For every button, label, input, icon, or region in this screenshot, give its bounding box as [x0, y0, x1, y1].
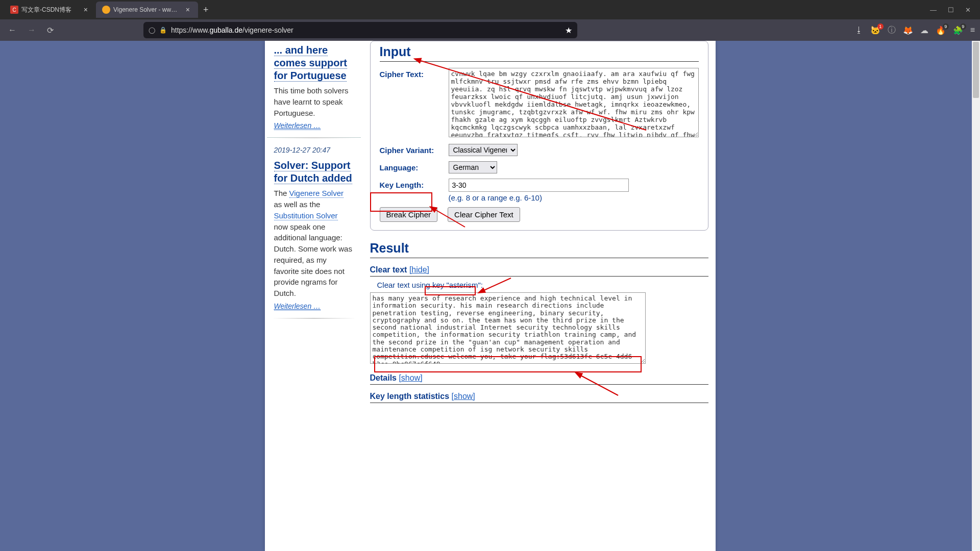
label-cipher-text: Cipher Text:: [380, 68, 449, 79]
tab-vigenere[interactable]: Vigenere Solver - www.guball… ×: [96, 2, 198, 18]
url-prefix: https://www.: [171, 26, 209, 34]
read-more-link[interactable]: Weiterlesen …: [274, 302, 321, 311]
lock-icon: 🔒: [159, 27, 167, 34]
label-key-length: Key Length:: [380, 179, 449, 189]
back-button[interactable]: ←: [5, 22, 19, 38]
tab-title: Vigenere Solver - www.guball…: [113, 6, 181, 13]
reload-button[interactable]: ⟳: [44, 22, 57, 38]
hide-toggle[interactable]: [hide]: [409, 265, 429, 274]
vigenere-solver-link[interactable]: Vigenere Solver: [289, 189, 344, 198]
page-content: ... and here comes support for Portugues…: [265, 41, 716, 551]
cipher-variant-select[interactable]: Classical Vigenere: [449, 144, 518, 156]
menu-icon[interactable]: ≡: [970, 26, 975, 35]
clear-text-section: Clear text [hide]: [370, 265, 708, 277]
post-date: 2019-12-27 20:47: [267, 141, 361, 156]
badge: 9: [943, 23, 949, 30]
clear-cipher-button[interactable]: Clear Cipher Text: [448, 207, 520, 222]
text: now speak one additional language: Dutch…: [274, 222, 352, 298]
url-domain: guballa.de: [209, 26, 242, 34]
sidebar-post-dutch: Solver: Support for Dutch added The Vige…: [267, 156, 361, 318]
tab-csdn[interactable]: C 写文章-CSDN博客 ×: [4, 2, 96, 18]
download-icon[interactable]: ⭳: [855, 26, 863, 35]
clear-text-key-line: Clear text using key "asterism":: [377, 281, 708, 289]
read-more-link[interactable]: Weiterlesen …: [274, 121, 321, 130]
nav-bar: ← → ⟳ ◯ 🔒 https://www.guballa.de/vigener…: [0, 19, 980, 41]
url-bar[interactable]: ◯ 🔒 https://www.guballa.de/vigenere-solv…: [143, 22, 577, 38]
substitution-solver-link[interactable]: Substitution Solver: [274, 211, 338, 220]
toolbar-right: ⭳ 🐱1 ⓘ 🦊 ☁ 🔥9 🧩9 ≡: [855, 25, 975, 36]
label-language: Language:: [380, 161, 449, 172]
input-panel: Input Cipher Text: Cipher Variant: Class…: [370, 41, 708, 231]
label: Details: [370, 373, 399, 382]
result-heading: Result: [370, 241, 708, 258]
scrollbar-thumb[interactable]: [973, 42, 979, 98]
sidebar: ... and here comes support for Portugues…: [265, 41, 363, 551]
close-icon[interactable]: ×: [184, 6, 192, 14]
clear-text-output[interactable]: [370, 292, 646, 364]
favicon-csdn: C: [10, 6, 18, 14]
badge: 9: [960, 23, 966, 30]
tab-bar: C 写文章-CSDN博客 × Vigenere Solver - www.gub…: [0, 0, 980, 19]
language-select[interactable]: German: [449, 161, 497, 173]
text: Clear text using: [377, 281, 432, 289]
extension-icon-cloud[interactable]: ☁: [920, 26, 928, 35]
sidebar-post-portuguese: ... and here comes support for Portugues…: [267, 41, 361, 138]
page-scrollbar[interactable]: [972, 41, 980, 551]
url-path: /vigenere-solver: [242, 26, 293, 34]
text: The: [274, 189, 289, 197]
key-length-hint: (e.g. 8 or a range e.g. 6-10): [449, 193, 699, 202]
show-toggle[interactable]: [show]: [399, 373, 422, 382]
badge: 1: [877, 23, 884, 30]
window-controls: — ☐ ✕: [921, 6, 980, 14]
details-section: Details [show]: [370, 373, 708, 385]
extension-icon-1[interactable]: 🐱1: [870, 26, 880, 35]
post-excerpt: The Vigenere Solver as well as the Subst…: [274, 188, 354, 299]
label: Clear text: [370, 265, 409, 274]
info-icon[interactable]: ⓘ: [888, 25, 896, 36]
key-length-stats-section: Key length statistics [show]: [370, 392, 708, 403]
extension-icon-flame[interactable]: 🔥9: [936, 26, 946, 35]
bookmark-star-icon[interactable]: ★: [565, 26, 572, 35]
minimize-icon[interactable]: —: [930, 6, 937, 14]
url-text: https://www.guballa.de/vigenere-solver: [171, 26, 561, 34]
extension-icon-puzzle[interactable]: 🧩9: [953, 26, 963, 35]
new-tab-button[interactable]: +: [198, 5, 214, 15]
shield-icon[interactable]: ◯: [149, 27, 155, 34]
break-cipher-button[interactable]: Break Cipher: [380, 207, 438, 222]
main-column: Input Cipher Text: Cipher Variant: Class…: [363, 41, 716, 551]
label-cipher-variant: Cipher Variant:: [380, 144, 449, 155]
page-viewport: ... and here comes support for Portugues…: [0, 41, 980, 551]
show-toggle[interactable]: [show]: [452, 392, 475, 400]
label: Key length statistics: [370, 392, 452, 400]
close-window-icon[interactable]: ✕: [965, 6, 971, 14]
close-icon[interactable]: ×: [82, 6, 90, 14]
text: as well as the: [274, 200, 321, 209]
forward-button[interactable]: →: [24, 22, 39, 38]
favicon-guballa: [102, 6, 110, 14]
tab-title: 写文章-CSDN博客: [21, 6, 79, 14]
extension-icon-fox[interactable]: 🦊: [903, 26, 913, 35]
found-key: key "asterism":: [432, 281, 483, 289]
input-heading: Input: [380, 44, 699, 62]
post-excerpt: This time both solvers have learnt to sp…: [274, 85, 354, 118]
maximize-icon[interactable]: ☐: [948, 6, 954, 14]
post-title-link[interactable]: ... and here comes support for Portugues…: [274, 44, 347, 82]
key-length-input[interactable]: [449, 179, 629, 192]
post-title-link[interactable]: Solver: Support for Dutch added: [274, 160, 352, 184]
result-panel: Result Clear text [hide] Clear text usin…: [370, 241, 708, 403]
cipher-text-input[interactable]: [449, 68, 699, 137]
